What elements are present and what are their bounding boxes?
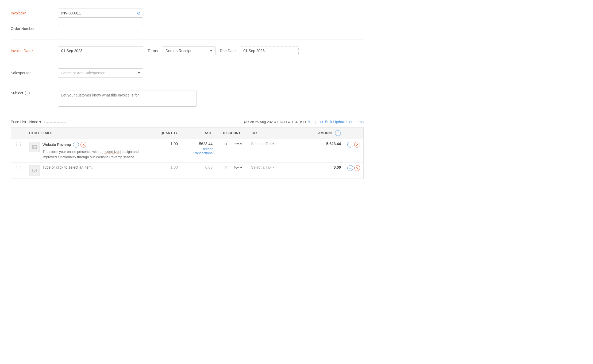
drag-handle-icon-2[interactable]: ⋮⋮ <box>14 165 23 170</box>
order-number-label: Order Number <box>11 26 53 31</box>
item-details-cell-2 <box>26 162 154 179</box>
tax-select-text-2: Select a Tax <box>251 165 271 169</box>
th-item-details: ITEM DETAILS <box>26 127 154 139</box>
amount-cell-2: 0.00 <box>301 162 344 179</box>
salesperson-select[interactable]: Select or Add Salesperson <box>58 68 143 78</box>
discount-input-1[interactable] <box>219 142 232 146</box>
discount-type-select-2[interactable]: %▾ <box>233 165 243 170</box>
edit-pencil-icon[interactable]: ✎ <box>307 120 311 124</box>
discount-cell-1: %▾ <box>216 139 248 162</box>
item-options-button-1[interactable]: ··· <box>73 142 79 148</box>
row-close-button-2[interactable]: ✕ <box>354 165 360 171</box>
tax-chevron-icon-2: ▾ <box>272 166 274 169</box>
tax-select-text-1: Select a Tax <box>251 142 271 146</box>
row-options-button-2[interactable]: ··· <box>347 165 353 171</box>
quantity-cell-1 <box>154 139 181 162</box>
item-name-input-2[interactable] <box>43 165 151 169</box>
row-actions-2: ··· ✕ <box>347 165 360 171</box>
rate-input-2[interactable] <box>186 165 213 169</box>
item-name-wrap-1: Website Revamp ··· ✕ Transform your onli… <box>43 142 151 160</box>
row-actions-cell-2: ··· ✕ <box>344 162 364 179</box>
item-image-1 <box>29 142 40 152</box>
divider-1 <box>11 40 364 40</box>
tax-select-1[interactable]: Select a Tax ▾ <box>251 142 298 146</box>
row-actions-1: ··· ✕ <box>347 142 360 148</box>
table-row: ⋮⋮ Website Revamp <box>11 139 364 162</box>
price-list-section: Price List None ▾ (As on 25 Aug 2023) 1 … <box>11 120 364 124</box>
subject-label-wrap: Subject i <box>11 91 53 95</box>
tax-select-2[interactable]: Select a Tax ▾ <box>251 165 298 169</box>
row-actions-cell-1: ··· ✕ <box>344 139 364 162</box>
divider-4 <box>11 113 364 113</box>
tax-cell-1: Select a Tax ▾ <box>248 139 301 162</box>
terms-label: Terms <box>148 49 158 53</box>
rate-cell-2 <box>181 162 216 179</box>
tax-chevron-icon-1: ▾ <box>272 142 274 146</box>
due-date-input[interactable] <box>240 46 299 55</box>
divider-3 <box>11 84 364 84</box>
row-close-button-1[interactable]: ✕ <box>354 142 360 148</box>
row-options-button-1[interactable]: ··· <box>347 142 353 148</box>
bulk-update-button[interactable]: ⊙ Bulk Update Line Items <box>320 120 364 124</box>
discount-type-select-1[interactable]: %▾ <box>233 142 243 146</box>
bulk-update-icon: ⊙ <box>320 120 323 124</box>
drag-handle-icon[interactable]: ⋮⋮ <box>14 142 23 146</box>
th-actions <box>344 127 364 139</box>
th-quantity: QUANTITY <box>154 127 181 139</box>
drag-handle-cell: ⋮⋮ <box>11 139 26 162</box>
gear-icon[interactable]: ⚙ <box>137 11 141 16</box>
th-amount-label: AMOUNT <box>305 131 333 135</box>
price-list-right: (As on 25 Aug 2023) 1 AUD = 0.64 USD ✎ |… <box>244 120 364 124</box>
quantity-input-2[interactable] <box>159 165 178 169</box>
item-image-2 <box>29 165 40 176</box>
rate-input-1[interactable] <box>186 142 213 146</box>
tax-cell-2: Select a Tax ▾ <box>248 162 301 179</box>
item-name-text-1: Website Revamp <box>43 142 71 147</box>
quantity-input-1[interactable] <box>159 142 178 146</box>
discount-cell-2: %▾ <box>216 162 248 179</box>
recent-transactions-link-1[interactable]: Recent Transactions <box>184 147 213 155</box>
th-discount: DISCOUNT <box>216 127 248 139</box>
th-drag <box>11 127 26 139</box>
item-close-button-1[interactable]: ✕ <box>80 142 86 148</box>
bulk-update-label: Bulk Update Line Items <box>325 120 364 124</box>
quantity-cell-2 <box>154 162 181 179</box>
item-description-1: Transform your online presence with a mo… <box>43 149 151 160</box>
th-amount: AMOUNT ··· <box>301 127 344 139</box>
drag-handle-cell-2: ⋮⋮ <box>11 162 26 179</box>
price-list-label: Price List <box>11 120 26 124</box>
amount-cell-1: 5,623.44 <box>301 139 344 162</box>
th-options-icon[interactable]: ··· <box>335 130 341 136</box>
exchange-rate: (As on 25 Aug 2023) 1 AUD = 0.64 USD ✎ <box>244 120 311 124</box>
discount-input-2[interactable] <box>219 165 232 170</box>
svg-point-1 <box>33 146 34 147</box>
invoice-date-label: Invoice Date* <box>11 49 53 53</box>
price-list-left: Price List None ▾ <box>11 120 66 124</box>
item-name-wrap-2 <box>43 165 151 169</box>
price-list-chevron-icon: ▾ <box>39 120 41 124</box>
invoice-number-input[interactable] <box>58 9 143 18</box>
table-header-row: ITEM DETAILS QUANTITY RATE DISCOUNT TAX … <box>11 127 364 139</box>
subject-textarea[interactable] <box>58 91 197 107</box>
item-inline-actions-1: ··· ✕ <box>73 142 86 148</box>
due-date-label: Due Date <box>220 49 236 53</box>
separator: | <box>315 120 316 124</box>
terms-select[interactable]: Due on Receipt <box>162 46 215 55</box>
order-number-input[interactable] <box>58 24 143 33</box>
th-rate: RATE <box>181 127 216 139</box>
subject-label: Subject <box>11 91 23 95</box>
price-list-dropdown[interactable]: None ▾ <box>29 120 41 124</box>
info-icon[interactable]: i <box>25 91 30 95</box>
dashed-divider <box>44 122 66 123</box>
exchange-rate-text: (As on 25 Aug 2023) 1 AUD = 0.64 USD <box>244 120 306 124</box>
table-row: ⋮⋮ <box>11 162 364 179</box>
item-details-cell-1: Website Revamp ··· ✕ Transform your onli… <box>26 139 154 162</box>
price-list-value: None <box>29 120 38 124</box>
line-items-table: ITEM DETAILS QUANTITY RATE DISCOUNT TAX … <box>11 127 364 179</box>
invoice-date-input[interactable] <box>58 46 143 55</box>
discount-wrap-1: %▾ <box>219 142 245 146</box>
amount-value-2: 0.00 <box>334 165 341 169</box>
invoice-number-field-wrap: ⚙ <box>58 9 143 18</box>
th-amount-options: AMOUNT ··· <box>305 130 341 136</box>
item-details-wrap-1: Website Revamp ··· ✕ Transform your onli… <box>29 142 151 160</box>
